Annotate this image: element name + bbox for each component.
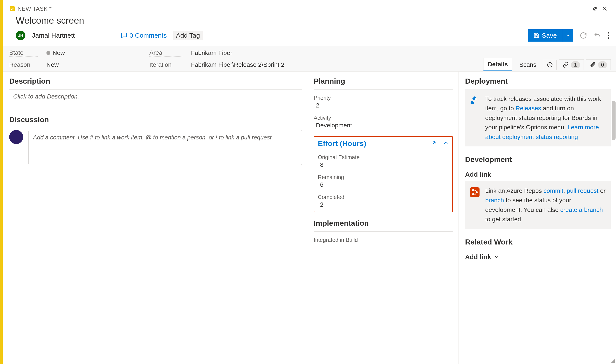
tab-scans[interactable]: Scans: [515, 58, 541, 71]
iteration-label: Iteration: [149, 61, 182, 68]
commit-link[interactable]: commit: [544, 187, 563, 194]
resize-handle[interactable]: [611, 359, 615, 363]
comments-link[interactable]: 0 Comments: [121, 32, 167, 39]
activity-value[interactable]: Development: [314, 121, 453, 133]
undo-icon: [594, 32, 601, 39]
original-estimate-label: Original Estimate: [318, 152, 449, 160]
divider: [314, 231, 453, 232]
save-button[interactable]: Save: [528, 29, 562, 42]
close-icon[interactable]: [600, 4, 609, 13]
tab-details[interactable]: Details: [483, 58, 513, 71]
priority-label: Priority: [314, 93, 453, 101]
original-estimate-value[interactable]: 8: [318, 160, 449, 172]
reason-label: Reason: [9, 61, 38, 68]
related-work-title: Related Work: [465, 238, 611, 246]
more-actions-button[interactable]: [608, 32, 609, 39]
rocket-icon: [469, 95, 480, 105]
state-label: State: [9, 49, 38, 56]
remaining-value[interactable]: 6: [318, 180, 449, 192]
development-add-link-button[interactable]: Add link: [465, 168, 611, 181]
iteration-value[interactable]: Fabrikam Fiber\Release 2\Sprint 2: [191, 61, 284, 68]
development-info-box: Link an Azure Repos commit, pull request…: [465, 181, 611, 229]
integrated-build-label: Integrated in Build: [314, 235, 453, 243]
state-dot-icon: [46, 51, 50, 55]
avatar[interactable]: JH: [16, 31, 26, 40]
save-icon: [534, 33, 539, 38]
meta-strip: State New Reason New Area Fabrikam Fiber…: [3, 46, 616, 72]
description-input[interactable]: Click to add Description.: [9, 93, 302, 100]
assignee-name[interactable]: Jamal Hartnett: [32, 32, 75, 39]
save-dropdown-button[interactable]: [562, 29, 573, 42]
divider: [9, 89, 302, 90]
activity-label: Activity: [314, 113, 453, 121]
svg-point-7: [472, 189, 474, 191]
planning-title: Planning: [314, 77, 453, 85]
attachments-count-badge: 0: [598, 61, 607, 68]
effort-collapse-button[interactable]: [443, 139, 449, 148]
add-tag-button[interactable]: Add Tag: [173, 31, 203, 40]
link-icon: [562, 62, 569, 68]
chevron-down-icon: [494, 254, 499, 260]
assignee-row: JH Jamal Hartnett 0 Comments Add Tag Sav…: [3, 28, 616, 46]
deployment-info-box: To track releases associated with this w…: [465, 89, 611, 146]
deployment-title: Deployment: [465, 77, 611, 85]
chevron-down-icon: [565, 33, 570, 38]
reason-value[interactable]: New: [46, 61, 59, 68]
svg-point-5: [475, 98, 477, 100]
current-user-avatar: [9, 130, 23, 144]
window-header: NEW TASK *: [3, 0, 616, 15]
task-type-label: NEW TASK *: [17, 5, 52, 12]
remaining-label: Remaining: [318, 172, 449, 180]
comment-icon: [121, 32, 127, 39]
accent-bar: [0, 0, 3, 364]
discussion-comment-input[interactable]: Add a comment. Use # to link a work item…: [28, 130, 302, 165]
svg-rect-6: [470, 187, 480, 197]
completed-label: Completed: [318, 192, 449, 200]
completed-value[interactable]: 2: [318, 200, 449, 209]
maximize-icon[interactable]: [590, 4, 600, 13]
releases-link[interactable]: Releases: [516, 105, 541, 112]
chevron-up-icon: [443, 140, 449, 146]
refresh-icon: [580, 32, 587, 39]
discussion-title: Discussion: [9, 115, 302, 124]
task-type-icon: [9, 6, 15, 12]
svg-rect-0: [10, 6, 15, 11]
implementation-title: Implementation: [314, 219, 453, 227]
area-label: Area: [149, 49, 182, 56]
svg-point-2: [608, 35, 609, 36]
work-item-title[interactable]: Welcome screen: [3, 15, 616, 28]
pull-request-link[interactable]: pull request: [567, 187, 599, 194]
effort-title: Effort (Hours): [318, 139, 366, 148]
attachment-icon: [590, 62, 596, 68]
tab-attachments[interactable]: 0: [586, 59, 611, 70]
effort-section-highlighted: Effort (Hours) Original Estimate 8 Rema: [314, 136, 453, 212]
effort-expand-button[interactable]: [431, 139, 437, 148]
repo-icon: [469, 187, 480, 197]
tab-history[interactable]: [543, 60, 557, 70]
links-count-badge: 1: [571, 61, 580, 68]
divider: [314, 89, 453, 90]
expand-icon: [431, 140, 437, 146]
svg-point-8: [472, 193, 474, 195]
save-split-button: Save: [528, 29, 573, 42]
related-add-link-button[interactable]: Add link: [465, 250, 611, 264]
area-value[interactable]: Fabrikam Fiber: [191, 50, 232, 56]
svg-point-1: [608, 32, 609, 34]
refresh-button[interactable]: [580, 32, 587, 39]
description-title: Description: [9, 77, 302, 85]
tab-links[interactable]: 1: [559, 59, 584, 70]
state-value[interactable]: New: [46, 50, 65, 56]
development-title: Development: [465, 155, 611, 164]
scrollbar-thumb[interactable]: [612, 101, 616, 140]
branch-link[interactable]: branch: [485, 197, 504, 204]
revert-button[interactable]: [594, 32, 601, 39]
comments-count-label: 0 Comments: [130, 32, 167, 39]
kebab-icon: [608, 32, 609, 39]
history-icon: [547, 62, 553, 68]
create-branch-link[interactable]: create a branch: [560, 206, 603, 213]
svg-point-3: [608, 38, 609, 39]
tab-strip: Details Scans 1 0: [483, 58, 611, 71]
save-label: Save: [542, 32, 557, 39]
priority-value[interactable]: 2: [314, 101, 453, 113]
